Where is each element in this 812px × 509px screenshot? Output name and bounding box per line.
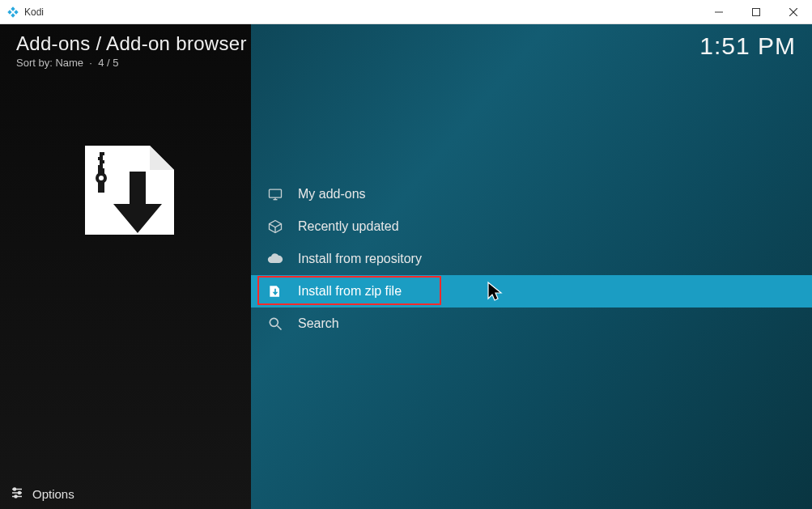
header: Add-ons / Add-on browser Sort by: Name ·…: [16, 32, 796, 69]
breadcrumb: Add-ons / Add-on browser: [16, 32, 247, 55]
svg-marker-0: [11, 6, 15, 11]
left-panel: Options: [0, 24, 251, 509]
svg-rect-12: [98, 160, 100, 165]
svg-point-20: [15, 495, 17, 498]
options-label: Options: [32, 487, 74, 501]
menu-item-my-addons[interactable]: My add-ons: [251, 178, 812, 210]
svg-line-26: [278, 326, 282, 330]
svg-rect-5: [753, 9, 760, 16]
svg-marker-3: [14, 10, 18, 14]
cloud-icon: [267, 251, 283, 267]
svg-rect-21: [270, 189, 282, 197]
menu-item-install-repository[interactable]: Install from repository: [251, 243, 812, 275]
svg-point-25: [270, 318, 278, 326]
menu-list: My add-ons Recently updated Install from…: [251, 24, 812, 509]
monitor-icon: [267, 186, 283, 202]
window-controls: [700, 0, 812, 24]
maximize-button[interactable]: [738, 0, 775, 24]
svg-marker-2: [11, 13, 15, 17]
app-icon: [6, 6, 19, 19]
menu-item-label: Install from repository: [298, 252, 422, 266]
header-subline: Sort by: Name · 4 / 5: [16, 57, 247, 69]
window-titlebar: Kodi: [0, 0, 812, 24]
options-button[interactable]: Options: [10, 486, 74, 503]
window-title: Kodi: [24, 6, 44, 18]
search-icon: [267, 316, 283, 332]
menu-item-label: Install from zip file: [298, 284, 402, 299]
menu-item-label: My add-ons: [298, 187, 366, 201]
mouse-cursor-icon: [486, 281, 504, 303]
svg-marker-1: [7, 10, 11, 14]
sort-label[interactable]: Sort by: Name: [16, 57, 83, 69]
close-button[interactable]: [775, 0, 812, 24]
menu-item-recently-updated[interactable]: Recently updated: [251, 210, 812, 243]
menu-item-label: Search: [298, 316, 339, 331]
menu-item-label: Recently updated: [298, 219, 399, 234]
minimize-button[interactable]: [700, 0, 738, 24]
menu-item-search[interactable]: Search: [251, 308, 812, 340]
svg-rect-13: [103, 155, 104, 160]
list-position: 4 / 5: [98, 57, 118, 69]
zip-install-icon: [267, 283, 283, 299]
options-icon: [10, 486, 24, 503]
clock: 1:51 PM: [699, 32, 796, 60]
svg-rect-14: [103, 163, 104, 168]
svg-point-19: [19, 492, 21, 494]
menu-item-install-zip[interactable]: Install from zip file: [251, 275, 812, 308]
zip-download-icon: [69, 138, 182, 243]
svg-rect-11: [98, 152, 100, 157]
box-icon: [267, 218, 283, 235]
svg-point-10: [99, 176, 104, 180]
app-body: Add-ons / Add-on browser Sort by: Name ·…: [0, 24, 812, 509]
svg-point-18: [14, 488, 16, 490]
selection-thumbnail: [0, 138, 251, 243]
